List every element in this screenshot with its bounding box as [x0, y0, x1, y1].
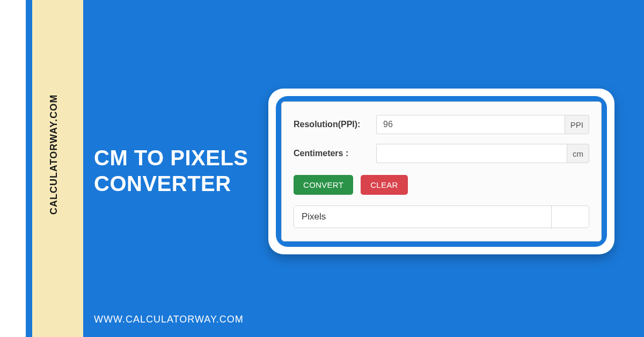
left-white-strip [0, 0, 26, 337]
resolution-label: Resolution(PPI): [294, 120, 376, 129]
result-value [551, 206, 589, 228]
centimeters-row: Centimeters : cm [294, 144, 589, 163]
resolution-row: Resolution(PPI): PPI [294, 115, 589, 134]
result-label: Pixels [294, 206, 551, 228]
clear-button[interactable]: CLEAR [361, 175, 408, 195]
converter-panel: Resolution(PPI): PPI Centimeters : cm CO… [281, 101, 602, 241]
brand-vertical-text: CALCULATORWAY.COM [48, 94, 60, 215]
resolution-input-group: PPI [376, 115, 589, 134]
centimeters-label: Centimeters : [294, 149, 376, 158]
page-title: CM TO PIXELS CONVERTER [94, 145, 248, 196]
result-row: Pixels [294, 206, 589, 228]
brand-url: WWW.CALCULATORWAY.COM [94, 314, 244, 325]
convert-button[interactable]: CONVERT [294, 175, 353, 195]
resolution-input[interactable] [376, 115, 565, 134]
centimeters-unit-addon: cm [567, 144, 589, 163]
button-row: CONVERT CLEAR [294, 175, 589, 195]
title-line-1: CM TO PIXELS [94, 145, 248, 171]
converter-widget-outer: Resolution(PPI): PPI Centimeters : cm CO… [268, 89, 614, 254]
centimeters-input[interactable] [376, 144, 567, 163]
resolution-unit-addon: PPI [565, 115, 589, 134]
converter-widget-inner: Resolution(PPI): PPI Centimeters : cm CO… [276, 96, 607, 247]
title-line-2: CONVERTER [94, 171, 248, 196]
centimeters-input-group: cm [376, 144, 589, 163]
